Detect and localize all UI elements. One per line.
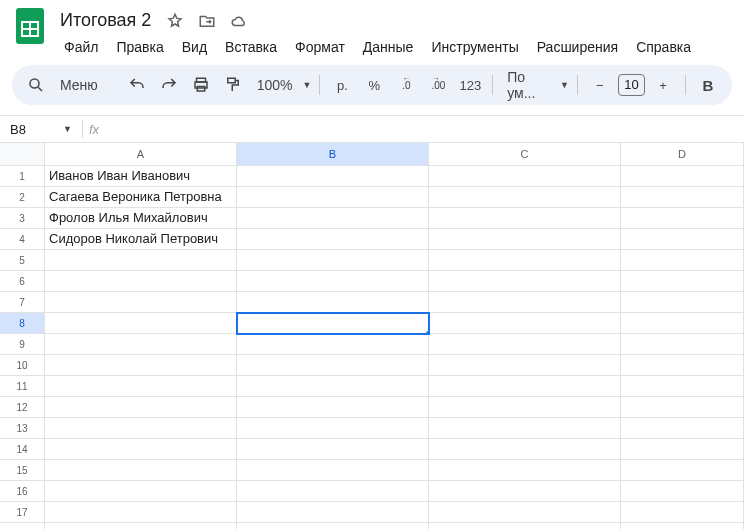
row-header[interactable]: 13 [0,418,45,439]
cell[interactable] [45,418,237,439]
increase-decimal-button[interactable]: .00→ [424,71,452,99]
font-size-decrease[interactable]: − [586,71,614,99]
cell[interactable] [237,229,429,250]
search-menu-label[interactable]: Меню [54,77,104,93]
row-header[interactable]: 4 [0,229,45,250]
row-header[interactable]: 10 [0,355,45,376]
decrease-decimal-button[interactable]: .0← [392,71,420,99]
cell[interactable] [237,397,429,418]
cell[interactable] [429,208,621,229]
cell[interactable] [45,334,237,355]
undo-icon[interactable] [123,71,151,99]
row-header[interactable]: 6 [0,271,45,292]
font-dropdown[interactable]: По ум... ▼ [501,69,569,101]
cell[interactable] [237,292,429,313]
cell[interactable] [45,397,237,418]
cell[interactable] [237,460,429,481]
cell[interactable] [429,376,621,397]
cell[interactable] [621,439,744,460]
cell[interactable] [45,376,237,397]
col-header-D[interactable]: D [621,143,744,165]
cell[interactable] [429,502,621,523]
cell[interactable] [237,355,429,376]
cell[interactable]: Фролов Илья Михайлович [45,208,237,229]
cell[interactable] [621,292,744,313]
row-header[interactable]: 11 [0,376,45,397]
cell[interactable] [237,376,429,397]
cell[interactable] [237,271,429,292]
cell[interactable] [237,250,429,271]
cell[interactable] [237,166,429,187]
doc-title[interactable]: Итоговая 2 [56,8,155,33]
row-header[interactable]: 15 [0,460,45,481]
menu-help[interactable]: Справка [628,35,699,59]
row-header[interactable]: 8 [0,313,45,334]
row-header[interactable]: 18 [0,523,45,529]
cell[interactable] [237,187,429,208]
cloud-icon[interactable] [227,9,251,33]
cell[interactable] [237,418,429,439]
cell[interactable] [237,502,429,523]
cell[interactable] [429,229,621,250]
cell[interactable] [429,460,621,481]
col-header-B[interactable]: B [237,143,429,165]
cell[interactable] [621,334,744,355]
cell[interactable] [45,313,237,334]
cell[interactable] [429,355,621,376]
font-size-input[interactable]: 10 [618,74,645,96]
cell[interactable] [429,271,621,292]
cell[interactable] [429,292,621,313]
row-header[interactable]: 9 [0,334,45,355]
cell[interactable] [237,313,429,334]
cell[interactable] [621,187,744,208]
cell[interactable] [45,292,237,313]
cell[interactable] [621,250,744,271]
font-size-increase[interactable]: + [649,71,677,99]
row-header[interactable]: 17 [0,502,45,523]
cell[interactable] [45,502,237,523]
cell[interactable] [429,313,621,334]
cell[interactable] [621,313,744,334]
row-header[interactable]: 1 [0,166,45,187]
cell[interactable] [621,271,744,292]
menu-insert[interactable]: Вставка [217,35,285,59]
row-header[interactable]: 12 [0,397,45,418]
sheets-logo[interactable] [12,8,48,44]
cell[interactable] [237,334,429,355]
percent-button[interactable]: % [360,71,388,99]
formula-input[interactable] [105,116,744,142]
redo-icon[interactable] [155,71,183,99]
cell[interactable] [429,523,621,529]
cell[interactable] [45,481,237,502]
selection-handle[interactable] [425,330,429,334]
menu-extensions[interactable]: Расширения [529,35,626,59]
zoom-dropdown[interactable]: 100% ▼ [251,77,312,93]
cell[interactable] [621,418,744,439]
menu-file[interactable]: Файл [56,35,106,59]
cell[interactable] [621,481,744,502]
number-format-button[interactable]: 123 [456,71,484,99]
cell[interactable] [621,397,744,418]
cell[interactable] [429,250,621,271]
row-header[interactable]: 5 [0,250,45,271]
currency-button[interactable]: р. [328,71,356,99]
menu-tools[interactable]: Инструменты [423,35,526,59]
paint-format-icon[interactable] [219,71,247,99]
cell[interactable] [621,229,744,250]
cell[interactable] [429,418,621,439]
cell[interactable]: Сагаева Вероника Петровна [45,187,237,208]
bold-button[interactable]: B [694,71,722,99]
select-all-corner[interactable] [0,143,45,165]
menu-format[interactable]: Формат [287,35,353,59]
cell[interactable]: Сидоров Николай Петрович [45,229,237,250]
cell[interactable] [45,523,237,529]
cell[interactable] [621,523,744,529]
cell[interactable] [621,460,744,481]
search-icon[interactable] [22,71,50,99]
cell[interactable] [429,166,621,187]
cell[interactable] [429,397,621,418]
cell[interactable] [621,376,744,397]
cell[interactable] [621,502,744,523]
cell[interactable] [45,439,237,460]
name-box[interactable]: B8 ▼ [6,120,76,139]
